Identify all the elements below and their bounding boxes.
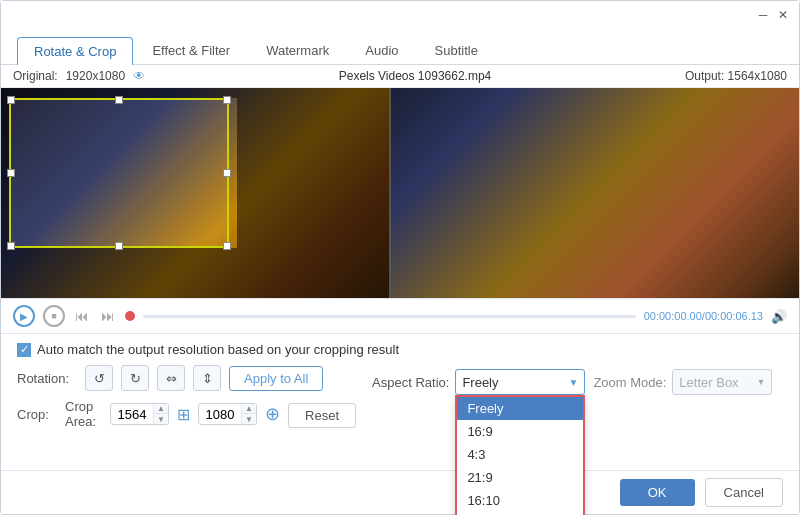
play-button[interactable]: ▶: [13, 305, 35, 327]
link-dimensions-icon[interactable]: ⊞: [177, 405, 190, 424]
ok-button[interactable]: OK: [620, 479, 695, 506]
timeline-bar[interactable]: [143, 315, 636, 318]
tab-watermark[interactable]: Watermark: [249, 36, 346, 64]
video-background-left: [1, 88, 389, 298]
width-input[interactable]: [111, 405, 153, 424]
controls-area: ✓ Auto match the output resolution based…: [1, 334, 799, 437]
main-window: ─ ✕ Rotate & Crop Effect & Filter Waterm…: [0, 0, 800, 515]
original-label: Original:: [13, 69, 58, 83]
minimize-button[interactable]: ─: [755, 7, 771, 23]
tab-bar: Rotate & Crop Effect & Filter Watermark …: [1, 29, 799, 65]
aspect-option-16-10[interactable]: 16:10: [457, 489, 583, 512]
aspect-option-4-3[interactable]: 4:3: [457, 443, 583, 466]
aspect-option-16-9[interactable]: 16:9: [457, 420, 583, 443]
flip-horizontal-button[interactable]: ⇔: [157, 365, 185, 391]
flip-vertical-button[interactable]: ⇕: [193, 365, 221, 391]
crop-handle-top-right[interactable]: [223, 96, 231, 104]
time-total: 00:00:06.13: [705, 310, 763, 322]
bottom-bar: OK Cancel: [1, 470, 799, 514]
right-controls: Aspect Ratio: Freely ▼ Freely 16:9 4:3 2…: [372, 365, 783, 395]
time-display: 00:00:00.00/00:00:06.13: [644, 310, 763, 322]
eye-icon[interactable]: 👁: [133, 69, 145, 83]
info-bar: Original: 1920x1080 👁 Pexels Videos 1093…: [1, 65, 799, 88]
reset-button[interactable]: Reset: [288, 403, 356, 428]
width-input-wrap: ▲ ▼: [110, 403, 169, 425]
stop-button[interactable]: ■: [43, 305, 65, 327]
crop-handle-bottom-right[interactable]: [223, 242, 231, 250]
rotate-left-button[interactable]: ↺: [85, 365, 113, 391]
zoom-mode-dropdown[interactable]: Letter Box ▼: [672, 369, 772, 395]
title-bar: ─ ✕: [1, 1, 799, 29]
crop-link-icon[interactable]: ⊕: [265, 403, 280, 425]
rotation-label: Rotation:: [17, 371, 77, 386]
aspect-ratio-dropdown-list: Freely 16:9 4:3 21:9 16:10 5:4 1:1 9:16: [455, 395, 585, 515]
crop-overlay[interactable]: [9, 98, 229, 248]
close-button[interactable]: ✕: [775, 7, 791, 23]
tab-subtitle[interactable]: Subtitle: [418, 36, 495, 64]
filename: Pexels Videos 1093662.mp4: [339, 69, 492, 83]
crop-handle-top-mid[interactable]: [115, 96, 123, 104]
width-spinner: ▲ ▼: [153, 404, 168, 424]
next-frame-button[interactable]: ⏭: [99, 308, 117, 324]
rotate-right-button[interactable]: ↻: [121, 365, 149, 391]
video-background-right: [391, 88, 799, 298]
auto-match-label: Auto match the output resolution based o…: [37, 342, 399, 357]
crop-handle-bottom-left[interactable]: [7, 242, 15, 250]
height-input[interactable]: [199, 405, 241, 424]
zoom-mode-value: Letter Box: [679, 375, 738, 390]
time-current: 00:00:00.00: [644, 310, 702, 322]
crop-row: Crop: Crop Area: ▲ ▼ ⊞ ▲ ▼: [17, 399, 356, 429]
aspect-option-freely[interactable]: Freely: [457, 397, 583, 420]
progress-marker: [125, 311, 135, 321]
volume-icon[interactable]: 🔊: [771, 309, 787, 324]
playback-bar: ▶ ■ ⏮ ⏭ 00:00:00.00/00:00:06.13 🔊: [1, 298, 799, 334]
video-panel-right: [391, 88, 799, 298]
height-spin-up[interactable]: ▲: [242, 404, 256, 414]
left-controls: Rotation: ↺ ↻ ⇔ ⇕ Apply to All Crop: Cro…: [17, 365, 356, 429]
rotation-row: Rotation: ↺ ↻ ⇔ ⇕ Apply to All: [17, 365, 356, 391]
aspect-ratio-row: Aspect Ratio: Freely ▼ Freely 16:9 4:3 2…: [372, 369, 783, 395]
prev-frame-button[interactable]: ⏮: [73, 308, 91, 324]
output-info: Output: 1564x1080: [685, 69, 787, 83]
output-value: 1564x1080: [728, 69, 787, 83]
tab-rotate-crop[interactable]: Rotate & Crop: [17, 37, 133, 65]
crop-handle-left-mid[interactable]: [7, 169, 15, 177]
aspect-ratio-label: Aspect Ratio:: [372, 375, 449, 390]
height-spin-down[interactable]: ▼: [242, 414, 256, 424]
controls-row: Rotation: ↺ ↻ ⇔ ⇕ Apply to All Crop: Cro…: [17, 365, 783, 429]
crop-handle-bottom-mid[interactable]: [115, 242, 123, 250]
output-label: Output:: [685, 69, 724, 83]
apply-to-all-button[interactable]: Apply to All: [229, 366, 323, 391]
auto-match-checkbox[interactable]: ✓: [17, 343, 31, 357]
width-spin-up[interactable]: ▲: [154, 404, 168, 414]
crop-handle-right-mid[interactable]: [223, 169, 231, 177]
original-value: 1920x1080: [66, 69, 125, 83]
aspect-ratio-value: Freely: [462, 375, 498, 390]
aspect-dropdown-arrow-icon: ▼: [568, 377, 578, 388]
crop-handle-top-left[interactable]: [7, 96, 15, 104]
zoom-mode-label: Zoom Mode:: [593, 375, 666, 390]
cancel-button[interactable]: Cancel: [705, 478, 783, 507]
auto-match-row: ✓ Auto match the output resolution based…: [17, 342, 783, 357]
tab-effect-filter[interactable]: Effect & Filter: [135, 36, 247, 64]
zoom-section: Zoom Mode: Letter Box ▼: [593, 369, 772, 395]
zoom-dropdown-arrow-icon: ▼: [756, 377, 765, 387]
width-spin-down[interactable]: ▼: [154, 414, 168, 424]
aspect-section: Aspect Ratio: Freely ▼ Freely 16:9 4:3 2…: [372, 369, 585, 395]
aspect-ratio-dropdown-wrap: Freely ▼ Freely 16:9 4:3 21:9 16:10 5:4 …: [455, 369, 585, 395]
height-input-wrap: ▲ ▼: [198, 403, 257, 425]
aspect-option-21-9[interactable]: 21:9: [457, 466, 583, 489]
video-panel-left: [1, 88, 391, 298]
height-spinner: ▲ ▼: [241, 404, 256, 424]
aspect-ratio-dropdown[interactable]: Freely ▼: [455, 369, 585, 395]
tab-audio[interactable]: Audio: [348, 36, 415, 64]
video-area: [1, 88, 799, 298]
crop-area-label: Crop Area:: [65, 399, 102, 429]
crop-label: Crop:: [17, 407, 57, 422]
